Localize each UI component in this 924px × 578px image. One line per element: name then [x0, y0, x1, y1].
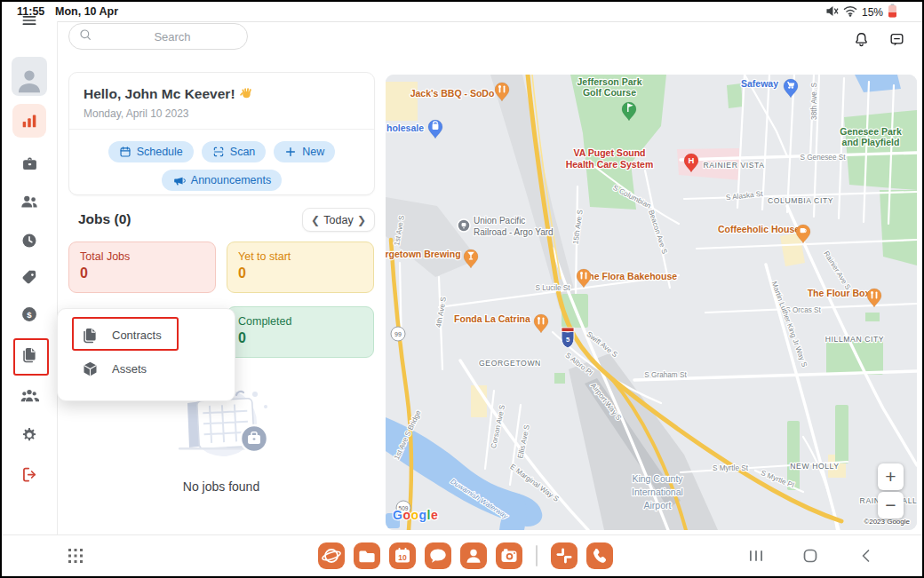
svg-text:5: 5 [566, 336, 570, 344]
search-input[interactable] [92, 29, 252, 44]
map[interactable]: 99 509 5 Jack's BBQ - SoDoholesaleJeffer… [386, 75, 917, 530]
context-menu-item-assets[interactable]: Assets [58, 352, 235, 385]
search-icon [78, 28, 92, 45]
jobs-section-title: Jobs (0) [78, 211, 131, 227]
hamburger-menu-icon[interactable] [20, 12, 38, 29]
chat-icon[interactable] [888, 31, 906, 49]
menu-item-label: Contracts [112, 329, 162, 342]
sidebar-item-tag-icon[interactable] [12, 260, 46, 294]
map-zoom-in-button[interactable]: + [878, 463, 904, 490]
scan-icon [212, 146, 225, 158]
dock-app-contacts-icon[interactable] [460, 542, 487, 569]
map-zoom-out-button[interactable]: − [878, 492, 904, 519]
battery-percent: 15% [862, 6, 883, 19]
job-card-yet-to-start[interactable]: Yet to start0 [227, 241, 374, 293]
svg-text:$: $ [27, 310, 32, 320]
map-label: Railroad - Argo Yard [474, 227, 554, 237]
plus-icon [284, 146, 297, 158]
job-card-value: 0 [80, 265, 204, 281]
map-label: 38th Ave. S [810, 83, 818, 120]
dock-app-slack-icon[interactable] [551, 542, 578, 569]
dock-app-internet-icon[interactable] [318, 542, 345, 569]
map-label: S Genesee St [801, 154, 847, 162]
tablet-screen: 11:55 Mon, 10 Apr 15% $ Hello, John Mc K… [0, 0, 924, 578]
home-icon[interactable] [801, 547, 819, 565]
job-card-label: Total Jobs [80, 250, 204, 263]
map-label: Airport [644, 500, 672, 511]
sidebar-item-bar-chart-icon[interactable] [12, 104, 46, 138]
map-label: GEORGETOWN [479, 359, 541, 368]
map-pin-train[interactable] [458, 219, 470, 232]
job-card-total-jobs[interactable]: Total Jobs0 [68, 241, 216, 293]
dock-app-my-files-icon[interactable] [354, 542, 380, 569]
dock-app-calendar-icon[interactable]: 10 [389, 542, 416, 569]
svg-text:10: 10 [398, 553, 407, 562]
map-label: RAINIER VISTA [703, 161, 764, 170]
sidebar-item-contracts-icon[interactable] [12, 337, 46, 371]
back-icon[interactable] [857, 547, 875, 565]
svg-text:©2023 Google: ©2023 Google [864, 518, 910, 526]
svg-text:99: 99 [394, 331, 402, 337]
search-bar[interactable] [68, 23, 248, 50]
dock-bar: 10 [2, 534, 922, 577]
new-button[interactable]: New [274, 141, 335, 162]
map-label: Coffeeholic House [718, 224, 800, 234]
chevron-left-icon[interactable]: ❮ [311, 215, 320, 226]
map-label: NEW HOLLY [790, 462, 839, 471]
button-label: Schedule [137, 146, 183, 158]
context-menu: ContractsAssets [57, 308, 235, 401]
map-label: The Flour Box [808, 288, 871, 298]
button-label: New [302, 146, 324, 158]
job-card-value: 0 [238, 330, 362, 346]
bell-icon[interactable] [853, 31, 871, 49]
profile-avatar[interactable] [12, 57, 47, 96]
dock-app-phone-icon[interactable] [586, 542, 613, 569]
button-label: Announcements [191, 174, 271, 186]
map-label: VA Puget Sound [573, 147, 645, 158]
sidebar-item-clock-icon[interactable] [12, 224, 46, 257]
status-date: Mon, 10 Apr [55, 5, 118, 18]
announcements-button[interactable]: Announcements [162, 170, 282, 191]
sidebar: $ [2, 21, 58, 534]
sidebar-item-people-icon[interactable] [12, 185, 46, 218]
empty-state-text: No jobs found [68, 479, 374, 494]
battery-icon [888, 4, 897, 20]
job-card-label: Yet to start [238, 250, 362, 263]
map-label: S Orcas St [785, 306, 821, 314]
map-label: Jack's BBQ - SoDo [410, 88, 495, 99]
svg-text:Google: Google [393, 508, 438, 522]
app-drawer-icon[interactable] [67, 547, 84, 568]
map-label: Golf Course [583, 87, 636, 98]
period-label: Today [323, 214, 353, 226]
sidebar-item-team-icon[interactable] [12, 379, 46, 413]
sidebar-item-dollar-icon[interactable]: $ [12, 297, 46, 331]
map-label: Fonda La Catrina [454, 313, 530, 324]
map-label: COLUMBIA CITY [768, 196, 833, 205]
map-label: Safeway [741, 78, 778, 89]
recents-icon[interactable] [747, 547, 765, 565]
map-label: S Graham St [644, 371, 687, 379]
dock-divider [536, 545, 538, 566]
map-label: King County [632, 473, 683, 484]
schedule-button[interactable]: Schedule [108, 141, 194, 162]
mute-icon [825, 5, 839, 20]
cube-icon [81, 360, 100, 378]
job-card-completed[interactable]: Completed0 [227, 306, 374, 358]
calendar-icon [119, 146, 131, 158]
map-label: Jefferson Park [578, 76, 642, 87]
greeting-card: Hello, John Mc Keever! Monday, April 10 … [68, 72, 375, 195]
menu-item-label: Assets [112, 362, 147, 376]
chevron-right-icon[interactable]: ❯ [357, 215, 366, 226]
map-label: HILLMAN CITY [825, 335, 884, 344]
map-label: Health Care System [566, 159, 654, 170]
sidebar-item-logout-icon[interactable] [12, 457, 46, 491]
dock-app-camera-icon[interactable] [496, 542, 522, 569]
sidebar-item-gear-icon[interactable] [12, 418, 46, 452]
map-label: International [632, 487, 683, 497]
dock-app-messages-icon[interactable] [425, 542, 451, 569]
date-period-selector[interactable]: ❮ Today ❯ [302, 208, 375, 232]
scan-button[interactable]: Scan [202, 141, 267, 162]
sidebar-item-briefcase-icon[interactable] [12, 146, 46, 180]
context-menu-item-contracts[interactable]: Contracts [58, 318, 235, 352]
button-label: Scan [230, 146, 256, 158]
